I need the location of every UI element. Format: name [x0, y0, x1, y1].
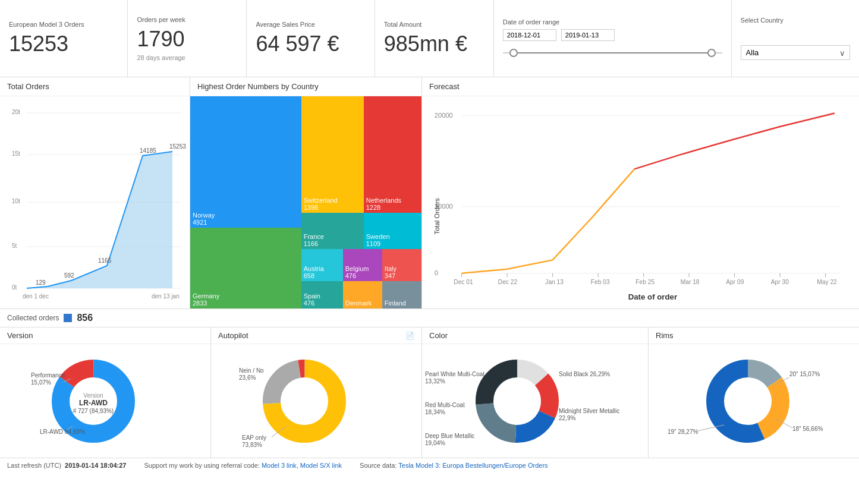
- color-label-black: Solid Black 26,29%: [559, 371, 610, 377]
- select-country-label: Select Country: [741, 17, 850, 24]
- version-svg: Version LR-AWD # 727 (84,93%) Performanc…: [22, 348, 188, 455]
- date-slider[interactable]: [503, 47, 722, 59]
- date-inputs: [503, 29, 722, 41]
- kpi-date-range: Date of order range: [494, 0, 732, 77]
- total-orders-chart: Total Orders 20t 15t 10t 5t 0t 1: [0, 77, 190, 308]
- treemap-sweden[interactable]: Sweden 1109: [364, 213, 421, 249]
- treemap-spain[interactable]: Spain 476: [301, 281, 343, 308]
- date-to-input[interactable]: [561, 29, 615, 41]
- color-svg: Pearl White Multi-Coat 13,32% Red Multi-…: [422, 348, 648, 455]
- treemap-italy[interactable]: Italy 347: [382, 249, 421, 281]
- treemap-france[interactable]: France 1166: [301, 213, 364, 249]
- color-body: Pearl White Multi-Coat 13,32% Red Multi-…: [422, 344, 648, 458]
- date-from-input[interactable]: [503, 29, 556, 41]
- kpi-total-amount: Total Amount 985mn €: [375, 0, 494, 77]
- forecast-body: 20000 10000 0 Total Orders: [422, 96, 859, 308]
- autopilot-label-eap-pct: 73,83%: [242, 442, 262, 448]
- refresh-label: Last refresh (UTC): [7, 462, 61, 469]
- kpi-orders-per-week-value: 1790: [137, 27, 237, 52]
- model3-link[interactable]: Model 3 link: [262, 462, 297, 469]
- forecast-y-20000: 20000: [435, 112, 453, 119]
- color-label-midnight: Midnight Silver Metallic: [559, 408, 619, 414]
- color-center-silver: Silver Metallic: [499, 393, 536, 400]
- version-body: Version LR-AWD # 727 (84,93%) Performanc…: [0, 344, 210, 458]
- treemap-germany[interactable]: Germany 2833: [190, 228, 301, 308]
- treemap-austria[interactable]: Austria 658: [301, 249, 343, 281]
- autopilot-label-eap: EAP only: [242, 434, 266, 441]
- slider-thumb-left[interactable]: [509, 49, 518, 57]
- forecast-xlabel-apr30: Apr 30: [771, 279, 789, 285]
- color-label-red: Red Multi-Coat: [425, 402, 465, 408]
- label-14185: 14185: [140, 147, 156, 154]
- color-label-deepblue-pct: 19,04%: [425, 440, 445, 446]
- treemap-finland[interactable]: Finland: [382, 281, 421, 308]
- version-center-hash: # 727 (84,93%): [73, 408, 114, 414]
- country-select[interactable]: Alla Norway Germany Switzerland Netherla…: [741, 45, 850, 60]
- forecast-xlabel-mar18: Mar 18: [681, 279, 700, 285]
- footer: Last refresh (UTC) 2019-01-14 18:04:27 S…: [0, 458, 859, 472]
- color-label-deepblue: Deep Blue Metallic: [425, 433, 474, 439]
- treemap-switzerland[interactable]: Switzerland 1398: [301, 96, 364, 213]
- slider-thumb-right[interactable]: [707, 49, 716, 57]
- x-label-dec1: den 1 dec: [23, 293, 49, 300]
- version-title: Version: [0, 327, 210, 344]
- forecast-xlabel-jan13: Jan 13: [545, 279, 564, 285]
- forecast-xlabel-feb25: Feb 25: [635, 279, 655, 285]
- forecast-x-axis-label: Date of order: [628, 292, 677, 301]
- autopilot-svg: Nein / No 23,6% EAP + FSD 2,57% EAP only…: [233, 348, 399, 455]
- forecast-title: Forecast: [422, 77, 859, 96]
- x-label-jan13: den 13 jan: [152, 293, 180, 300]
- rims-body: 20" 15,07% 19" 28,27% 18" 56,66%: [649, 344, 859, 458]
- total-orders-title: Total Orders: [0, 77, 190, 96]
- rims-label-20: 20" 15,07%: [789, 371, 820, 377]
- forecast-y-axis-label: Total Orders: [433, 198, 440, 234]
- treemap-netherlands[interactable]: Netherlands 1228: [364, 96, 421, 213]
- charts-row: Total Orders 20t 15t 10t 5t 0t 1: [0, 77, 859, 309]
- kpi-total-orders: European Model 3 Orders 15253: [0, 0, 128, 77]
- forecast-xlabel-apr09: Apr 09: [726, 279, 744, 285]
- autopilot-chart: Autopilot 📄 Nein / No 23,6% EAP + FSD 2,…: [211, 327, 422, 458]
- treemap-norway[interactable]: Norway 4921: [190, 96, 301, 228]
- color-title: Color: [422, 327, 648, 344]
- rims-title: Rims: [649, 327, 859, 344]
- forecast-svg: 20000 10000 0 Total Orders: [422, 96, 859, 308]
- color-label-red-pct: 18,34%: [425, 409, 445, 415]
- collected-icon: [64, 314, 72, 322]
- collected-label: Collected orders: [7, 314, 59, 322]
- forecast-xlabel-dec22: Dec 22: [498, 279, 518, 285]
- forecast-projection-line: [634, 114, 835, 169]
- kpi-select-country: Select Country Alla Norway Germany Switz…: [732, 0, 859, 77]
- total-orders-svg: 20t 15t 10t 5t 0t 15253 14185 1165 59: [0, 96, 190, 304]
- support-text: Support my work by using referral code:: [144, 462, 259, 469]
- autopilot-label-fsd: EAP + FSD: [294, 393, 324, 399]
- kpi-date-range-label: Date of order range: [503, 18, 722, 26]
- modelsx-link[interactable]: Model S/X link: [300, 462, 342, 469]
- rims-label-18: 18" 56,66%: [792, 426, 823, 432]
- footer-support: Support my work by using referral code: …: [144, 462, 342, 469]
- treemap-denmark[interactable]: Denmark: [343, 281, 382, 308]
- version-chart: Version Version LR-AWD # 727 (84,93%) Pe…: [0, 327, 211, 458]
- source-link[interactable]: Tesla Model 3: Europa Bestellungen/Europ…: [398, 462, 548, 469]
- export-icon[interactable]: 📄: [405, 332, 414, 340]
- treemap-belgium[interactable]: Belgium 476: [343, 249, 382, 281]
- collected-value: 856: [77, 313, 93, 323]
- autopilot-body: Nein / No 23,6% EAP + FSD 2,57% EAP only…: [211, 344, 421, 458]
- area-fill: [27, 152, 172, 288]
- forecast-chart: Forecast 20000 10000 0 Total Orders: [422, 77, 859, 308]
- color-label-pearl-pct: 13,32%: [425, 378, 445, 385]
- y-label-10t: 10t: [12, 198, 20, 204]
- kpi-total-amount-value: 985mn €: [384, 32, 484, 56]
- kpi-avg-price: Average Sales Price 64 597 €: [247, 0, 375, 77]
- refresh-value: 2019-01-14 18:04:27: [65, 462, 126, 469]
- y-label-20t: 20t: [12, 109, 20, 115]
- forecast-xlabel-feb03: Feb 03: [591, 279, 610, 285]
- autopilot-label-no-pct: 23,6%: [239, 374, 256, 381]
- kpi-total-amount-label: Total Amount: [384, 21, 484, 28]
- rims-svg: 20" 15,07% 19" 28,27% 18" 56,66%: [665, 348, 843, 455]
- country-select-wrapper[interactable]: Alla Norway Germany Switzerland Netherla…: [741, 45, 850, 60]
- label-129: 129: [36, 279, 46, 286]
- source-label: Source data:: [360, 462, 397, 469]
- kpi-avg-price-value: 64 597 €: [256, 32, 365, 56]
- autopilot-title: Autopilot 📄: [211, 327, 421, 344]
- kpi-orders-per-week: Orders per week 1790 28 days average: [128, 0, 247, 77]
